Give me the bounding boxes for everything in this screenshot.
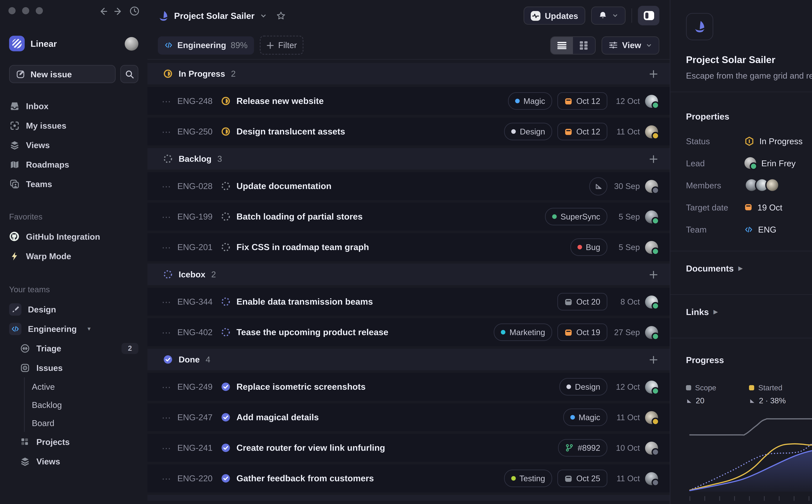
label-chip[interactable]: SuperSync [545, 208, 607, 225]
issue-row[interactable]: ⋯ENG-344Enable data transmission beamsOc… [147, 288, 670, 316]
add-issue-button[interactable] [649, 355, 658, 364]
search-button[interactable] [120, 65, 138, 83]
history-clock-icon[interactable] [129, 6, 140, 16]
label-chip[interactable]: Testing [504, 470, 552, 487]
issue-status-icon[interactable] [221, 443, 231, 453]
issue-row[interactable]: ⋯ENG-201Fix CSS in roadmap team graphBug… [147, 233, 670, 261]
due-date-chip[interactable]: Oct 25 [558, 470, 607, 487]
sidebar-item-backlog[interactable]: Backlog [32, 396, 147, 414]
label-chip[interactable]: Bug [570, 238, 607, 256]
issue-row[interactable]: ⋯ENG-241Create router for view link unfu… [147, 434, 670, 462]
add-issue-button[interactable] [649, 270, 658, 279]
team-filter-chip[interactable]: Engineering 89% [158, 36, 254, 54]
estimate-badge[interactable] [589, 177, 607, 195]
issue-row[interactable]: ⋯ENG-249Replace isometric screenshotsDes… [147, 373, 670, 401]
minimize-window-icon[interactable] [22, 7, 29, 14]
list-view-button[interactable] [551, 37, 573, 54]
label-chip[interactable]: Magic [508, 92, 552, 110]
sidebar-item-views[interactable]: Views [0, 135, 147, 155]
project-title[interactable]: Project Solar Sailer [174, 11, 254, 20]
sidebar-item-github-integration[interactable]: GitHub Integration [0, 227, 147, 246]
issue-status-icon[interactable] [221, 412, 231, 422]
issue-row[interactable]: ⋯ENG-220Gather feedback from customersTe… [147, 464, 670, 492]
sidebar-item-teams[interactable]: Teams [0, 174, 147, 194]
issue-status-icon[interactable] [221, 382, 231, 392]
issue-row[interactable]: ⋯ENG-199Batch loading of partial storesS… [147, 203, 670, 231]
row-menu-icon[interactable]: ⋯ [162, 181, 171, 191]
row-menu-icon[interactable]: ⋯ [162, 96, 171, 106]
forward-icon[interactable] [114, 6, 123, 16]
back-icon[interactable] [98, 6, 108, 16]
issue-status-icon[interactable] [221, 297, 231, 307]
assignee-avatar[interactable] [645, 210, 658, 223]
sidebar-item-active[interactable]: Active [32, 377, 147, 396]
issue-status-icon[interactable] [221, 327, 231, 337]
row-menu-icon[interactable]: ⋯ [162, 443, 171, 453]
property-row-members[interactable]: Members [686, 179, 812, 192]
assignee-avatar[interactable] [645, 295, 658, 308]
maximize-window-icon[interactable] [36, 7, 43, 14]
assignee-avatar[interactable] [645, 441, 658, 454]
issue-status-icon[interactable] [221, 127, 231, 136]
add-filter-button[interactable]: Filter [260, 36, 304, 55]
assignee-avatar[interactable] [645, 326, 658, 339]
updates-button[interactable]: Updates [523, 6, 585, 25]
assignee-avatar[interactable] [645, 241, 658, 254]
chevron-down-icon[interactable] [260, 12, 267, 19]
new-issue-button[interactable]: New issue [9, 65, 116, 83]
add-issue-button[interactable] [649, 154, 658, 163]
issue-row[interactable]: ⋯ENG-248Release new websiteMagicOct 1212… [147, 87, 670, 115]
sidebar-team-design[interactable]: Design [0, 299, 147, 319]
assignee-avatar[interactable] [645, 411, 658, 424]
due-date-chip[interactable]: Oct 20 [558, 293, 607, 310]
workspace-switcher[interactable]: Linear [9, 34, 138, 53]
due-date-chip[interactable]: Oct 12 [558, 123, 607, 140]
label-chip[interactable]: Design [504, 123, 552, 140]
assignee-avatar[interactable] [645, 125, 658, 138]
sidebar-item-roadmaps[interactable]: Roadmaps [0, 155, 147, 174]
sidebar-item-warp-mode[interactable]: Warp Mode [0, 246, 147, 266]
row-menu-icon[interactable]: ⋯ [162, 211, 171, 222]
sidebar-item-board[interactable]: Board [32, 414, 147, 432]
issue-status-icon[interactable] [221, 96, 231, 106]
row-menu-icon[interactable]: ⋯ [162, 327, 171, 337]
sidebar-item-my-issues[interactable]: My issues [0, 116, 147, 135]
row-menu-icon[interactable]: ⋯ [162, 473, 171, 484]
label-chip[interactable]: Marketing [494, 323, 552, 341]
row-menu-icon[interactable]: ⋯ [162, 412, 171, 422]
notifications-button[interactable] [591, 6, 626, 25]
issue-row[interactable]: ⋯ENG-250Design translucent assetsDesignO… [147, 118, 670, 145]
issue-status-icon[interactable] [221, 181, 231, 191]
issue-status-icon[interactable] [221, 473, 231, 483]
property-row-status[interactable]: StatusIn Progress [686, 134, 812, 147]
issue-status-icon[interactable] [221, 242, 231, 252]
issue-row[interactable]: ⋯ENG-028Update documentation30 Sep [147, 172, 670, 200]
row-menu-icon[interactable]: ⋯ [162, 296, 171, 307]
favorite-star-icon[interactable] [276, 11, 286, 20]
issue-row[interactable]: ⋯ENG-402Tease the upcoming product relea… [147, 318, 670, 346]
issue-status-icon[interactable] [221, 212, 231, 221]
sidebar-item-triage[interactable]: Triage2 [0, 338, 147, 358]
row-menu-icon[interactable]: ⋯ [162, 126, 171, 137]
due-date-chip[interactable]: Oct 12 [558, 92, 607, 110]
label-chip[interactable]: Magic [563, 409, 607, 426]
sidebar-item-inbox[interactable]: Inbox [0, 96, 147, 116]
property-row-team[interactable]: TeamENG [686, 223, 812, 236]
row-menu-icon[interactable]: ⋯ [162, 242, 171, 252]
close-window-icon[interactable] [8, 7, 16, 14]
label-chip[interactable]: Design [559, 378, 607, 396]
row-menu-icon[interactable]: ⋯ [162, 382, 171, 392]
property-row-target-date[interactable]: Target date19 Oct [686, 201, 812, 214]
sidebar-team-engineering[interactable]: Engineering▼ [0, 319, 147, 338]
assignee-avatar[interactable] [645, 95, 658, 107]
due-date-chip[interactable]: Oct 19 [558, 323, 607, 341]
assignee-avatar[interactable] [645, 380, 658, 393]
assignee-avatar[interactable] [645, 472, 658, 485]
sidebar-item-issues[interactable]: Issues [0, 358, 147, 377]
documents-section[interactable]: Documents ▶ [686, 260, 812, 277]
board-view-button[interactable] [573, 37, 595, 54]
add-issue-button[interactable] [649, 69, 658, 78]
links-section[interactable]: Links ▶ [686, 303, 812, 320]
issue-row[interactable]: ⋯ENG-247Add magical detailsMagic11 Oct [147, 403, 670, 431]
toggle-right-panel-button[interactable] [638, 6, 659, 25]
